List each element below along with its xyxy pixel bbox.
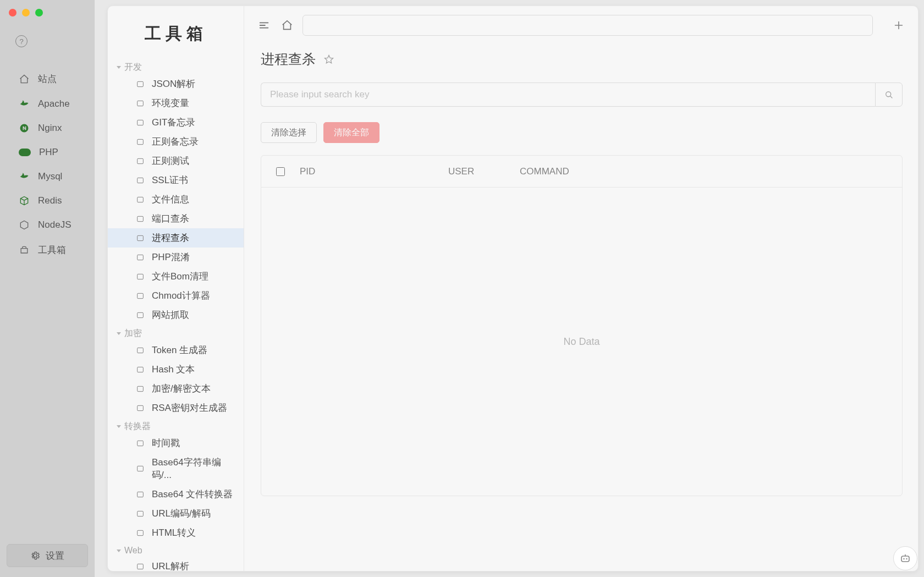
search-row bbox=[261, 83, 903, 107]
tree-item-label: SSL证书 bbox=[152, 174, 188, 186]
tree-group-1[interactable]: 加密 bbox=[108, 325, 244, 340]
favorite-star-icon[interactable] bbox=[323, 54, 334, 65]
tree-item-0-8[interactable]: 进程查杀 bbox=[108, 228, 244, 248]
appnav-label: PHP bbox=[39, 147, 58, 158]
appnav-item-6[interactable]: NodeJS bbox=[0, 213, 95, 237]
add-tab-icon[interactable] bbox=[890, 17, 907, 34]
encrypt-icon bbox=[135, 384, 145, 394]
appnav-item-0[interactable]: 站点 bbox=[0, 66, 95, 92]
svg-rect-16 bbox=[138, 405, 144, 410]
rsa-icon bbox=[135, 403, 145, 413]
fileinfo-icon bbox=[135, 195, 145, 205]
tree-item-2-1[interactable]: Base64字符串编码/... bbox=[108, 453, 244, 485]
tree-item-label: URL解析 bbox=[152, 560, 189, 571]
tree-item-label: Hash 文本 bbox=[152, 363, 195, 376]
tree-item-2-0[interactable]: 时间戳 bbox=[108, 433, 244, 453]
minimize-window-icon[interactable] bbox=[22, 9, 30, 17]
tree-item-0-2[interactable]: GIT备忘录 bbox=[108, 113, 244, 132]
tree-item-0-1[interactable]: 环境变量 bbox=[108, 94, 244, 113]
tree-item-0-9[interactable]: PHP混淆 bbox=[108, 248, 244, 267]
toolbox-tree: 开发JSON解析环境变量GIT备忘录正则备忘录正则测试SSL证书文件信息端口查杀… bbox=[108, 58, 244, 571]
appnav-item-7[interactable]: 工具箱 bbox=[0, 237, 95, 263]
svg-point-23 bbox=[886, 92, 891, 97]
svg-rect-5 bbox=[138, 178, 144, 183]
search-input[interactable] bbox=[261, 83, 875, 107]
svg-rect-3 bbox=[138, 139, 144, 144]
process-table: PID USER COMMAND No Data bbox=[261, 155, 903, 496]
col-command: COMMAND bbox=[520, 166, 902, 177]
tree-group-label: 开发 bbox=[124, 62, 142, 73]
select-all-checkbox[interactable] bbox=[276, 167, 285, 176]
svg-rect-19 bbox=[138, 492, 144, 497]
col-pid: PID bbox=[300, 166, 448, 177]
tree-group-0[interactable]: 开发 bbox=[108, 58, 244, 74]
svg-rect-2 bbox=[138, 120, 144, 125]
tree-item-0-10[interactable]: 文件Bom清理 bbox=[108, 267, 244, 286]
urlparse-icon bbox=[135, 562, 145, 571]
urlenc-icon bbox=[135, 509, 145, 519]
ssl-icon bbox=[135, 175, 145, 185]
appnav-item-5[interactable]: Redis bbox=[0, 189, 95, 213]
svg-rect-4 bbox=[138, 158, 144, 163]
appnav-item-2[interactable]: Nginx bbox=[0, 116, 95, 140]
close-window-icon[interactable] bbox=[9, 9, 16, 17]
tree-item-1-1[interactable]: Hash 文本 bbox=[108, 360, 244, 379]
tree-item-1-0[interactable]: Token 生成器 bbox=[108, 340, 244, 360]
appnav-label: Redis bbox=[38, 195, 62, 206]
tree-item-label: 正则测试 bbox=[152, 155, 189, 167]
svg-rect-17 bbox=[138, 441, 144, 446]
tree-item-0-7[interactable]: 端口查杀 bbox=[108, 209, 244, 228]
tree-item-0-5[interactable]: SSL证书 bbox=[108, 171, 244, 190]
tree-item-0-6[interactable]: 文件信息 bbox=[108, 190, 244, 209]
tree-group-3[interactable]: Web bbox=[108, 542, 244, 557]
clear-all-button[interactable]: 清除全部 bbox=[323, 122, 380, 143]
appnav-label: 工具箱 bbox=[38, 244, 66, 256]
svg-rect-6 bbox=[138, 197, 144, 202]
window-traffic-lights[interactable] bbox=[9, 9, 43, 17]
caret-down-icon bbox=[117, 549, 121, 552]
json-icon bbox=[135, 79, 145, 89]
svg-rect-14 bbox=[138, 367, 144, 372]
crawl-icon bbox=[135, 310, 145, 320]
tree-item-label: 正则备忘录 bbox=[152, 135, 199, 148]
tree-item-0-4[interactable]: 正则测试 bbox=[108, 151, 244, 171]
svg-rect-7 bbox=[138, 216, 144, 221]
tree-item-0-12[interactable]: 网站抓取 bbox=[108, 305, 244, 325]
tree-item-3-0[interactable]: URL解析 bbox=[108, 557, 244, 571]
address-bar[interactable] bbox=[302, 15, 873, 36]
svg-rect-18 bbox=[138, 466, 144, 471]
settings-button[interactable]: 设置 bbox=[7, 544, 88, 567]
chatbot-button[interactable] bbox=[893, 546, 917, 570]
help-icon[interactable]: ? bbox=[15, 35, 28, 47]
search-button[interactable] bbox=[875, 83, 903, 107]
tree-item-0-11[interactable]: Chmod计算器 bbox=[108, 286, 244, 305]
chmod-icon bbox=[135, 291, 145, 301]
search-icon bbox=[884, 90, 894, 100]
tree-item-label: Chmod计算器 bbox=[152, 289, 210, 302]
svg-rect-1 bbox=[138, 101, 144, 106]
htmlesc-icon bbox=[135, 528, 145, 538]
port-icon bbox=[135, 214, 145, 224]
appnav-item-1[interactable]: Apache bbox=[0, 92, 95, 116]
tree-item-label: PHP混淆 bbox=[152, 251, 190, 263]
toolbox-sidebar: 工具箱 开发JSON解析环境变量GIT备忘录正则备忘录正则测试SSL证书文件信息… bbox=[108, 6, 244, 571]
tree-item-0-0[interactable]: JSON解析 bbox=[108, 74, 244, 94]
tree-group-2[interactable]: 转换器 bbox=[108, 417, 244, 433]
clear-selection-button[interactable]: 清除选择 bbox=[261, 122, 317, 143]
tree-item-label: Base64 文件转换器 bbox=[152, 488, 233, 501]
svg-rect-11 bbox=[138, 293, 144, 298]
tree-item-1-2[interactable]: 加密/解密文本 bbox=[108, 379, 244, 398]
appnav-item-4[interactable]: Mysql bbox=[0, 164, 95, 189]
tree-item-2-4[interactable]: HTML转义 bbox=[108, 523, 244, 542]
tree-item-2-3[interactable]: URL编码/解码 bbox=[108, 504, 244, 523]
base64-icon bbox=[135, 464, 145, 474]
tree-item-1-3[interactable]: RSA密钥对生成器 bbox=[108, 398, 244, 417]
zoom-window-icon[interactable] bbox=[35, 9, 43, 17]
svg-point-26 bbox=[906, 558, 907, 559]
sidebar-toggle-icon[interactable] bbox=[256, 18, 272, 33]
appnav-item-3[interactable]: phpPHP bbox=[0, 140, 95, 164]
tree-item-0-3[interactable]: 正则备忘录 bbox=[108, 132, 244, 151]
tree-item-2-2[interactable]: Base64 文件转换器 bbox=[108, 485, 244, 504]
home-icon[interactable] bbox=[279, 18, 295, 33]
svg-rect-0 bbox=[138, 81, 144, 86]
